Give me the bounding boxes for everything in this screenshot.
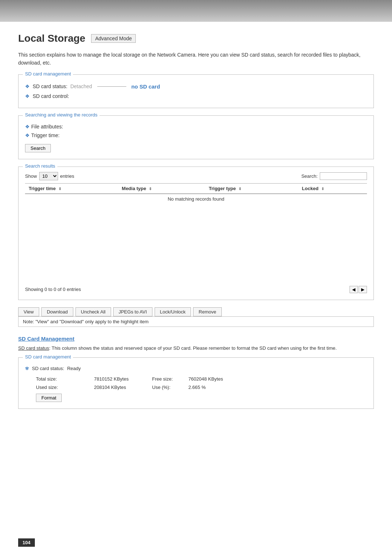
top-bar [0,0,392,22]
uncheck-all-button[interactable]: Uncheck All [75,307,111,316]
sd-control-label: SD card control: [33,93,69,99]
description-text: This section explains how to manage the … [18,51,374,67]
note-text: Note: "View" and "Download" only apply t… [23,319,148,324]
results-table: Trigger time ⇕ Media type ⇕ Trigger type… [25,183,367,204]
results-empty-space [25,204,367,284]
no-records-text: No matching records found [25,194,367,204]
file-attributes-row: ❖ File attributes: [25,124,367,130]
next-page-button[interactable]: ▶ [359,286,367,293]
sd-mgmt-box: SD card management ✾ SD card status: Rea… [18,357,374,409]
view-button[interactable]: View [18,307,39,316]
results-table-header-row: Trigger time ⇕ Media type ⇕ Trigger type… [25,183,367,194]
results-header: Show 10 25 50 100 entries Search: [25,172,367,180]
nav-buttons: ◀ ▶ [350,286,367,293]
total-size-label: Total size: [36,376,94,382]
sd-size-grid: Total size: 7810152 KBytes Free size: 76… [36,376,367,390]
search-button[interactable]: Search [25,144,51,152]
advanced-mode-button[interactable]: Advanced Mode [91,34,136,43]
sd-card-mgmt-title-text: SD Card Management [18,336,74,342]
sd-management-label: SD card management [23,71,73,77]
page-title: Local Storage [18,33,85,44]
use-pct-label: Use (%): [152,385,188,390]
free-size-value: 7602048 KBytes [188,376,246,382]
jpegs-to-avi-button[interactable]: JPEGs to AVI [113,307,152,316]
no-records-row: No matching records found [25,194,367,204]
sd-status-icon: ❖ [25,83,30,89]
note-bar: Note: "View" and "Download" only apply t… [18,316,374,327]
show-entries: Show 10 25 50 100 entries [25,172,74,180]
sd-mgmt-box-label: SD card management [23,354,73,360]
sort-icon-trigger-type: ⇕ [238,187,241,191]
showing-info: Showing 0 to 0 of 0 entries ◀ ▶ [25,286,367,293]
sort-icon-trigger-time: ⇕ [58,187,61,191]
sd-ready-icon: ✾ [25,366,29,371]
file-attr-label: File attributes: [31,124,63,130]
trigger-time-label: Trigger time: [31,132,60,138]
search-results-label: Search results [23,163,57,169]
search-label-text: Search: [301,173,318,179]
sd-status-value: Detached [70,83,92,89]
total-size-value: 7810152 KBytes [94,376,152,382]
used-size-label: Used size: [36,385,94,390]
remove-button[interactable]: Remove [193,307,221,316]
results-table-body: No matching records found [25,194,367,204]
prev-page-button[interactable]: ◀ [350,286,358,293]
show-label: Show [25,173,37,179]
used-size-value: 208104 KBytes [94,385,152,390]
col-trigger-time[interactable]: Trigger time ⇕ [25,183,118,194]
download-button[interactable]: Download [41,307,73,316]
format-button[interactable]: Format [36,394,62,402]
sort-icon-media-type: ⇕ [149,187,152,191]
entries-label: entries [60,173,74,179]
sd-desc-text: SD card status: This column shows the st… [18,345,374,352]
sd-status-row: ❖ SD card status: Detached no SD card [25,83,367,90]
col-locked[interactable]: Locked ⇕ [298,183,367,194]
show-entries-select[interactable]: 10 25 50 100 [39,172,58,180]
sd-desc-rest: : This column shows the status and reser… [49,345,336,351]
results-table-head: Trigger time ⇕ Media type ⇕ Trigger type… [25,183,367,194]
search-input[interactable] [320,172,367,180]
sd-card-mgmt-title: SD Card Management [18,336,374,342]
file-attr-icon: ❖ [25,124,30,130]
sd-control-icon: ❖ [25,93,30,99]
dash-line [97,86,126,87]
lock-unlock-button[interactable]: Lock/Unlock [155,307,191,316]
use-pct-value: 2.665 % [188,385,246,390]
no-sd-card-text: no SD card [131,83,160,90]
sort-icon-locked: ⇕ [321,187,324,191]
sd-status-label: SD card status: [33,83,68,89]
action-bar: View Download Uncheck All JPEGs to AVI L… [18,307,374,316]
sd-ready-value: Ready [67,366,81,371]
page-header: Local Storage Advanced Mode [18,33,374,44]
search-field: Search: [301,172,367,180]
search-results-box: Search results Show 10 25 50 100 entries… [18,167,374,300]
searching-section-label: Searching and viewing the records [23,112,99,118]
showing-text: Showing 0 to 0 of 0 entries [25,287,81,292]
sd-ready-label: SD card status: [32,366,64,371]
sd-card-management-box: SD card management ❖ SD card status: Det… [18,74,374,108]
trigger-time-icon: ❖ [25,132,30,138]
trigger-time-row: ❖ Trigger time: [25,132,367,138]
page-number: 104 [18,538,35,547]
searching-section-box: Searching and viewing the records ❖ File… [18,115,374,159]
sd-card-status-underline: SD card status [18,345,49,351]
col-trigger-type[interactable]: Trigger type ⇕ [205,183,298,194]
sd-status-ready-row: ✾ SD card status: Ready [25,366,367,371]
free-size-label: Free size: [152,376,188,382]
col-media-type[interactable]: Media type ⇕ [118,183,205,194]
sd-control-row: ❖ SD card control: [25,93,367,99]
